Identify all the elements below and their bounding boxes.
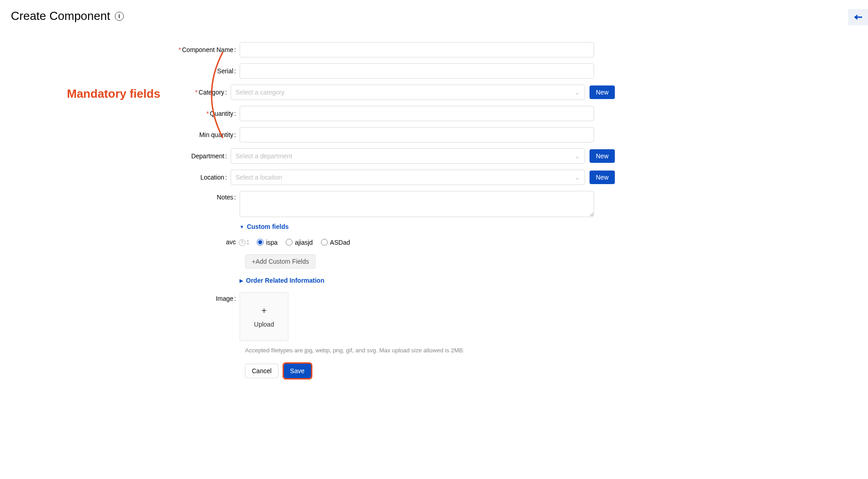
info-icon[interactable]: i	[115, 12, 124, 21]
save-button[interactable]: Save	[284, 364, 311, 378]
plus-icon: +	[261, 306, 267, 316]
chevron-down-icon: ⌄	[575, 89, 580, 96]
component-name-input[interactable]	[240, 42, 594, 57]
serial-input[interactable]	[240, 63, 594, 79]
new-location-button[interactable]: New	[590, 171, 615, 184]
radio-asdad[interactable]: ASDad	[321, 239, 350, 246]
cancel-button[interactable]: Cancel	[245, 364, 278, 378]
new-category-button[interactable]: New	[590, 85, 615, 99]
radio-ispa[interactable]: ispa	[257, 239, 278, 246]
avc-label: avc ? :	[226, 238, 249, 246]
notes-label: Notes:	[176, 191, 240, 201]
location-select[interactable]: Select a location ⌄	[231, 170, 585, 185]
upload-hint: Accepted filetypes are jpg, webp, png, g…	[245, 347, 615, 354]
chevron-down-icon: ⌄	[575, 152, 580, 160]
add-custom-fields-button[interactable]: +Add Custom Fields	[245, 254, 316, 269]
min-quantity-label: Min quantity:	[176, 131, 240, 138]
location-label: Location:	[176, 174, 231, 181]
back-button[interactable]	[848, 9, 868, 25]
category-label: *Category:	[176, 89, 231, 96]
help-icon[interactable]: ?	[239, 239, 245, 246]
quantity-input[interactable]	[240, 106, 594, 121]
department-select[interactable]: Select a department ⌄	[231, 148, 585, 164]
caret-right-icon: ▶	[240, 278, 243, 283]
new-department-button[interactable]: New	[590, 149, 615, 163]
image-upload[interactable]: + Upload	[240, 292, 288, 341]
custom-fields-toggle[interactable]: ▼ Custom fields	[240, 223, 615, 230]
annotation-text: Mandatory fields	[67, 87, 160, 101]
serial-label: Serial:	[176, 67, 240, 75]
min-quantity-input[interactable]	[240, 127, 594, 142]
component-name-label: *Component Name:	[176, 46, 240, 53]
quantity-label: *Quantity:	[176, 110, 240, 117]
image-label: Image:	[176, 292, 240, 302]
order-related-toggle[interactable]: ▶ Order Related Information	[240, 277, 615, 284]
chevron-down-icon: ⌄	[575, 174, 580, 181]
caret-down-icon: ▼	[240, 224, 244, 229]
notes-textarea[interactable]	[240, 191, 594, 217]
department-label: Department:	[176, 152, 231, 160]
page-title: Create Component	[11, 9, 110, 23]
radio-ajiasjd[interactable]: ajiasjd	[286, 239, 313, 246]
category-select[interactable]: Select a category ⌄	[231, 85, 585, 100]
